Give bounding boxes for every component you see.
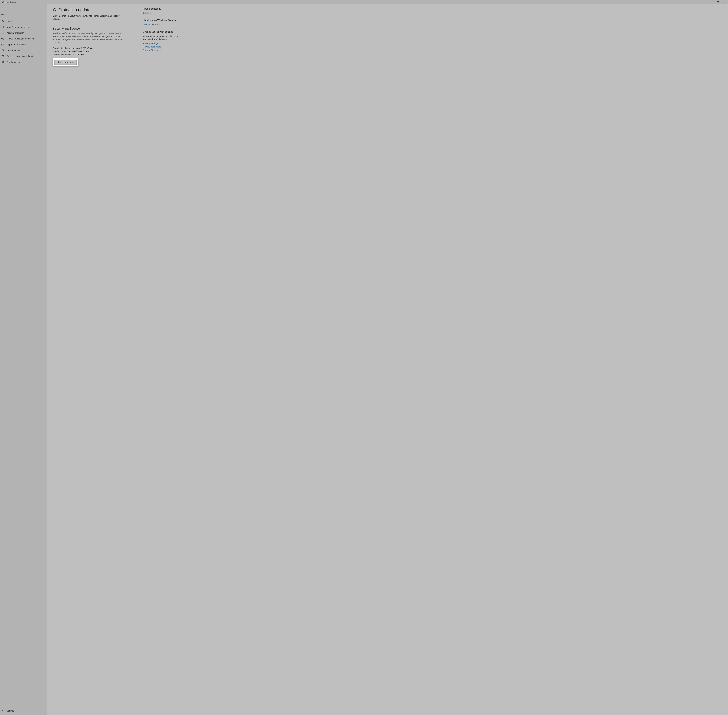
updated-line: Last update: 6/2/2020 10:50 AM [53,53,134,56]
sidebar-item-performance-health[interactable]: Device performance & health [0,53,47,59]
maximize-button[interactable] [714,0,721,5]
back-button[interactable] [0,5,47,11]
security-intelligence-section: Security intelligence Windows Defender A… [53,27,134,66]
shield-icon [1,26,4,29]
sidebar-item-label: App & browser control [4,44,27,46]
side-column: Have a question? Get help Help improve W… [143,8,181,712]
back-icon [1,7,4,9]
section-heading: Security intelligence [53,27,134,30]
page-subtitle: View information about your security int… [53,14,124,20]
page-title: Protection updates [59,8,93,12]
svg-point-14 [2,61,3,62]
home-icon [1,20,4,23]
sidebar-item-device-security[interactable]: Device security [0,47,47,53]
privacy-statement-link[interactable]: Privacy Statement [143,49,181,51]
refresh-icon [53,8,56,12]
created-line: Version created on: 6/2/2020 6:52 AM [53,50,134,53]
get-help-link[interactable]: Get help [143,12,181,14]
device-icon [1,49,4,52]
svg-point-9 [3,39,3,39]
close-button[interactable] [721,0,728,5]
feedback-heading: Help improve Windows Security [143,19,181,22]
close-icon [724,2,725,3]
sidebar-item-label: Device security [4,49,21,51]
browser-icon [1,43,4,46]
svg-point-8 [2,32,3,33]
sidebar-item-home[interactable]: Home [0,18,47,24]
svg-rect-1 [717,2,719,3]
privacy-heading: Change your privacy settings [143,30,181,33]
privacy-settings-link[interactable]: Privacy settings [143,42,181,45]
privacy-text: View and change privacy settings for you… [143,35,181,41]
page-header: Protection updates [53,8,134,12]
gear-icon [1,709,4,712]
privacy-dashboard-link[interactable]: Privacy dashboard [143,45,181,48]
minimize-icon [710,2,712,3]
main-column: Protection updates View information abou… [53,8,134,712]
sidebar-item-account[interactable]: Account protection [0,30,47,36]
sidebar-item-label: Home [4,20,12,23]
sidebar-item-label: Firewall & network protection [4,38,34,40]
nav-bottom: Settings [0,708,47,715]
antenna-icon [1,37,4,40]
privacy-block: Change your privacy settings View and ch… [143,30,181,51]
family-icon [1,60,4,63]
hamburger-icon [1,13,4,16]
section-description: Windows Defender Antivirus uses security… [53,32,124,44]
menu-button[interactable] [0,11,47,18]
nav-list: Home Virus & threat protection Account p… [0,18,47,715]
window-title: Windows Security [0,1,16,3]
sidebar-item-firewall[interactable]: Firewall & network protection [0,36,47,42]
svg-rect-10 [2,44,4,45]
sidebar-item-app-browser[interactable]: App & browser control [0,42,47,47]
feedback-block: Help improve Windows Security Give us fe… [143,19,181,26]
main-area: Home Virus & threat protection Account p… [0,5,728,715]
question-block: Have a question? Get help [143,8,181,14]
sidebar-item-label: Family options [4,61,20,63]
svg-rect-12 [2,50,4,51]
svg-point-16 [2,710,3,711]
question-heading: Have a question? [143,8,181,10]
app-root: Windows Security [0,0,728,715]
version-line: Security intelligence version: 1.317.476… [53,47,134,50]
sidebar-item-label: Virus & threat protection [4,26,29,28]
check-for-updates-button[interactable]: Check for updates [54,60,77,65]
sidebar-item-family[interactable]: Family options [0,59,47,65]
content-area: Protection updates View information abou… [47,5,728,715]
heart-icon [1,55,4,58]
sidebar-item-label: Settings [4,710,14,712]
sidebar-item-virus-threat[interactable]: Virus & threat protection [0,24,47,30]
maximize-icon [717,2,719,3]
sidebar: Home Virus & threat protection Account p… [0,5,47,715]
sidebar-item-label: Account protection [4,32,24,34]
check-updates-highlight: Check for updates [53,58,78,66]
feedback-link[interactable]: Give us feedback [143,23,181,26]
titlebar: Windows Security [0,0,728,5]
minimize-button[interactable] [708,0,714,5]
person-icon [1,32,4,35]
sidebar-item-settings[interactable]: Settings [0,708,47,714]
svg-point-15 [3,61,3,62]
sidebar-item-label: Device performance & health [4,55,34,57]
